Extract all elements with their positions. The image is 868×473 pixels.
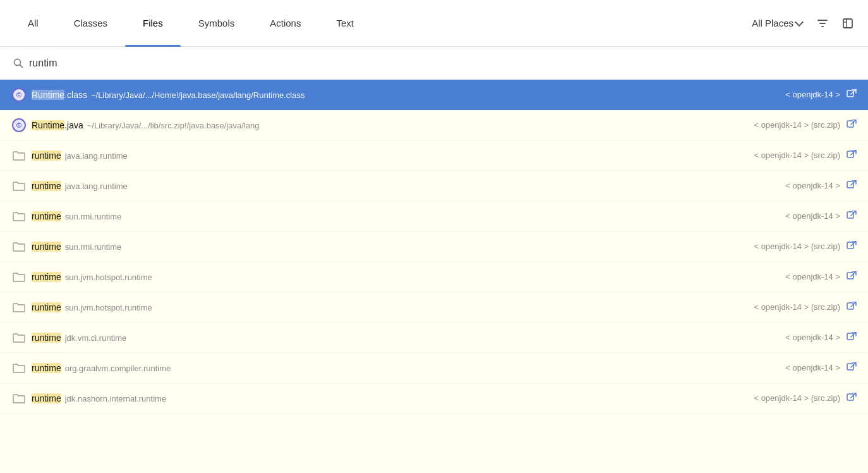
search-highlight: Runtime — [32, 120, 64, 130]
result-name: runtime — [32, 211, 61, 221]
chevron-down-icon — [795, 18, 804, 27]
list-item[interactable]: runtimejava.lang.runtime< openjdk-14 > — [0, 171, 868, 201]
result-name: runtime — [32, 150, 61, 161]
list-item[interactable]: runtimeorg.graalvm.compiler.runtime< ope… — [0, 353, 868, 383]
navigate-icon[interactable] — [845, 392, 858, 405]
navigate-icon[interactable] — [845, 271, 858, 283]
folder-icon — [10, 298, 28, 316]
search-input[interactable] — [29, 58, 855, 69]
folder-icon — [10, 177, 28, 195]
folder-icon — [10, 207, 28, 225]
result-tag: < openjdk-14 > (src.zip) — [754, 150, 840, 160]
svg-rect-6 — [847, 212, 853, 218]
list-item[interactable]: runtimejdk.vm.ci.runtime< openjdk-14 > — [0, 322, 868, 353]
search-highlight: Runtime — [32, 90, 64, 100]
result-name: Runtime.java — [32, 120, 83, 130]
result-tag: < openjdk-14 > — [785, 181, 840, 190]
result-path: jdk.vm.ci.runtime — [65, 333, 127, 343]
result-name: runtime — [32, 393, 61, 403]
navigate-icon[interactable] — [845, 119, 858, 132]
result-tag: < openjdk-14 > — [785, 90, 840, 99]
svg-rect-3 — [847, 121, 853, 127]
folder-icon — [13, 332, 25, 343]
svg-rect-5 — [847, 181, 853, 188]
folder-icon — [13, 241, 25, 252]
folder-icon — [10, 268, 28, 286]
app-container: All Classes Files Symbols Actions Text A… — [0, 0, 868, 473]
navigate-icon[interactable] — [845, 89, 858, 101]
svg-rect-11 — [847, 364, 853, 370]
search-highlight: runtime — [32, 272, 61, 282]
svg-rect-12 — [847, 394, 853, 400]
list-item[interactable]: ©Runtime.class~/Library/Java/.../Home!/j… — [0, 80, 868, 110]
search-highlight: runtime — [32, 211, 61, 221]
search-highlight: runtime — [32, 302, 61, 312]
search-highlight: runtime — [32, 242, 61, 252]
tab-list: All Classes Files Symbols Actions Text — [10, 0, 747, 47]
class-circle-icon: © — [12, 118, 26, 132]
search-highlight: runtime — [32, 393, 61, 403]
class-circle-icon: © — [12, 88, 26, 102]
tab-files[interactable]: Files — [125, 0, 181, 47]
folder-icon — [10, 147, 28, 164]
list-item[interactable]: runtimesun.rmi.runtime< openjdk-14 > (sr… — [0, 231, 868, 262]
svg-rect-7 — [847, 242, 853, 249]
collapse-icon[interactable] — [838, 13, 858, 34]
folder-icon — [13, 271, 25, 283]
result-path: java.lang.runtime — [65, 181, 128, 191]
navigate-icon[interactable] — [845, 210, 858, 223]
folder-icon — [10, 238, 28, 255]
result-path: sun.jvm.hotspot.runtime — [65, 303, 152, 312]
tab-all[interactable]: All — [10, 0, 56, 47]
folder-icon — [13, 150, 25, 161]
result-tag: < openjdk-14 > (src.zip) — [754, 302, 840, 312]
navigate-icon[interactable] — [845, 180, 858, 192]
folder-icon — [10, 390, 28, 407]
result-path: org.graalvm.compiler.runtime — [65, 364, 171, 373]
tab-bar-controls: All Places — [747, 13, 858, 34]
svg-rect-0 — [843, 19, 852, 28]
result-tag: < openjdk-14 > (src.zip) — [754, 393, 840, 403]
tab-text[interactable]: Text — [318, 0, 371, 47]
result-path: ~/Library/Java/.../lib/src.zip!/java.bas… — [87, 121, 260, 130]
result-name: runtime — [32, 333, 61, 343]
folder-icon — [10, 329, 28, 347]
result-name: runtime — [32, 181, 61, 191]
list-item[interactable]: runtimejdk.nashorn.internal.runtime< ope… — [0, 383, 868, 414]
folder-icon — [13, 393, 25, 404]
navigate-icon[interactable] — [845, 149, 858, 162]
svg-rect-4 — [847, 151, 853, 157]
tab-bar: All Classes Files Symbols Actions Text A… — [0, 0, 868, 47]
list-item[interactable]: runtimesun.rmi.runtime< openjdk-14 > — [0, 201, 868, 231]
filter-icon[interactable] — [812, 13, 833, 34]
navigate-icon[interactable] — [845, 362, 858, 374]
search-highlight: runtime — [32, 181, 61, 191]
list-item[interactable]: runtimesun.jvm.hotspot.runtime< openjdk-… — [0, 262, 868, 292]
tab-symbols[interactable]: Symbols — [181, 0, 253, 47]
search-highlight: runtime — [32, 150, 61, 161]
result-name: runtime — [32, 302, 61, 312]
navigate-icon[interactable] — [845, 331, 858, 344]
svg-rect-9 — [847, 303, 853, 309]
result-path: java.lang.runtime — [65, 151, 128, 161]
result-tag: < openjdk-14 > — [785, 333, 840, 342]
list-item[interactable]: ©Runtime.java~/Library/Java/.../lib/src.… — [0, 110, 868, 140]
result-tag: < openjdk-14 > — [785, 272, 840, 281]
tab-classes[interactable]: Classes — [56, 0, 125, 47]
tab-actions[interactable]: Actions — [252, 0, 318, 47]
list-item[interactable]: runtimesun.jvm.hotspot.runtime< openjdk-… — [0, 292, 868, 322]
results-list: ©Runtime.class~/Library/Java/.../Home!/j… — [0, 80, 868, 473]
list-item[interactable]: runtimejava.lang.runtime< openjdk-14 > (… — [0, 140, 868, 171]
result-tag: < openjdk-14 > — [785, 211, 840, 221]
folder-icon — [10, 359, 28, 377]
search-highlight: runtime — [32, 363, 61, 373]
result-path: sun.rmi.runtime — [65, 242, 122, 252]
class-icon: © — [10, 86, 28, 104]
navigate-icon[interactable] — [845, 301, 858, 314]
folder-icon — [13, 362, 25, 374]
all-places-dropdown[interactable]: All Places — [747, 15, 807, 31]
folder-icon — [13, 302, 25, 313]
navigate-icon[interactable] — [845, 240, 858, 253]
result-name: runtime — [32, 272, 61, 282]
result-tag: < openjdk-14 > (src.zip) — [754, 242, 840, 251]
